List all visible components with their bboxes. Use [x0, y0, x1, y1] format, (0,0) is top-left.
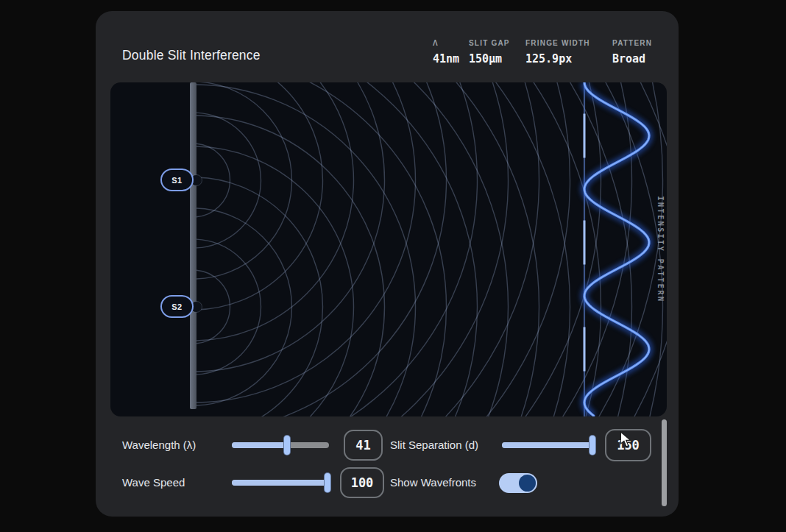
stat-pattern: PATTERN Broad [612, 39, 652, 65]
scrollbar-thumb[interactable] [662, 419, 667, 506]
page-title: Double Slit Interference [122, 48, 261, 63]
wave-speed-value-box[interactable]: 100 [340, 467, 384, 498]
wavelength-slider-thumb[interactable] [283, 435, 291, 455]
stat-slit-gap-value: 150μm [469, 52, 510, 65]
slit-separation-slider[interactable] [502, 442, 596, 448]
wavefront-svg [110, 82, 667, 416]
wave-speed-label: Wave Speed [122, 475, 185, 490]
stat-pattern-value: Broad [612, 52, 652, 65]
wavelength-label: Wavelength (λ) [122, 438, 196, 453]
slit-marker-s1[interactable]: S1 [160, 169, 194, 191]
slit-separation-label: Slit Separation (d) [390, 438, 478, 453]
wavelength-slider[interactable] [232, 442, 329, 448]
show-wavefronts-toggle[interactable] [499, 473, 537, 493]
wavelength-value-box[interactable]: 41 [344, 430, 383, 461]
stat-fringe-width-value: 125.9px [525, 52, 590, 65]
simulation-canvas[interactable]: S1 S2 INTENSITY PATTERN [110, 82, 667, 416]
stat-slit-gap-label: SLIT GAP [469, 39, 510, 47]
page-background: Double Slit Interference Λ 41nm SLIT GAP… [0, 0, 786, 532]
app-card: Double Slit Interference Λ 41nm SLIT GAP… [96, 11, 679, 517]
wave-speed-slider-thumb[interactable] [324, 472, 331, 493]
wave-speed-slider-fill [232, 480, 331, 486]
wave-speed-slider[interactable] [232, 480, 331, 486]
slit-separation-slider-thumb[interactable] [589, 435, 596, 455]
wavelength-slider-fill [232, 442, 287, 448]
slit-separation-slider-fill [502, 442, 596, 448]
intensity-pattern-label: INTENSITY PATTERN [656, 196, 665, 303]
show-wavefronts-label: Show Wavefronts [390, 475, 476, 490]
slit-separation-value-box[interactable]: 150 [605, 429, 651, 461]
toggle-knob [519, 475, 536, 492]
stat-fringe-width: FRINGE WIDTH 125.9px [525, 39, 590, 65]
stat-wavelength: Λ 41nm [433, 39, 459, 65]
stat-wavelength-value: 41nm [433, 52, 459, 65]
stat-pattern-label: PATTERN [612, 39, 652, 47]
stat-wavelength-label: Λ [433, 39, 459, 47]
stat-slit-gap: SLIT GAP 150μm [469, 39, 510, 65]
stat-fringe-width-label: FRINGE WIDTH [525, 39, 590, 47]
slit-marker-s2[interactable]: S2 [160, 295, 194, 318]
